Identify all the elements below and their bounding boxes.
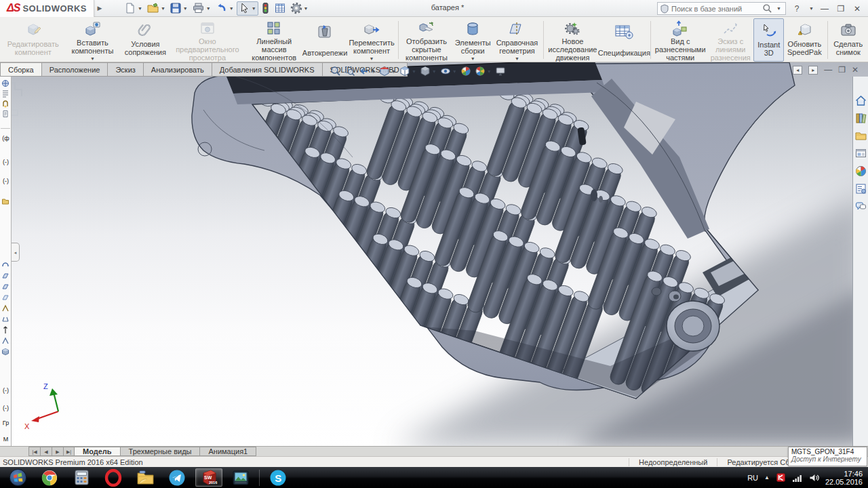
taskbar-clock[interactable]: 17:46 22.05.2016 <box>825 470 865 486</box>
folder-icon[interactable] <box>1 197 9 205</box>
tab-3d-views[interactable]: Трехмерные виды <box>121 447 201 456</box>
taskbar-opera[interactable] <box>100 468 127 487</box>
tab-animation1[interactable]: Анимация1 <box>200 447 256 456</box>
ribbon-component-preview-window[interactable]: Окно предварительного просмотра компонен… <box>169 18 245 62</box>
ribbon-explode-line-sketch[interactable]: Эскиз с линиями разнесения <box>707 18 753 62</box>
menu-expand-arrow-icon[interactable]: ▶ <box>94 5 105 12</box>
caret-icon[interactable]: ▼ <box>809 6 814 11</box>
hidden-icons-arrow[interactable]: ▲ <box>764 474 770 481</box>
custom-properties-icon[interactable] <box>854 182 867 195</box>
ribbon-show-hidden-components[interactable]: Отобразить скрытые компоненты <box>401 18 452 62</box>
restore-button[interactable]: ❐ <box>835 4 846 14</box>
home-icon[interactable] <box>854 94 867 107</box>
zoom-to-area-icon[interactable] <box>344 66 355 77</box>
component-icon[interactable] <box>1 348 9 356</box>
ribbon-reference-geometry[interactable]: Справочная геометрия ▼ <box>493 18 540 62</box>
tab-scroll-first-button[interactable]: |◀ <box>28 447 40 456</box>
rebuild-button[interactable] <box>260 1 271 16</box>
select-tool-button[interactable]: ▼ <box>237 1 258 16</box>
doc-minimize-button[interactable]: — <box>824 65 832 75</box>
ribbon-insert-components[interactable]: Вставить компоненты ▼ <box>64 18 122 62</box>
new-document-button[interactable]: ▼ <box>123 1 144 16</box>
graphics-viewport[interactable]: Z X Сборка Расположение Эскиз Анализиров… <box>0 62 868 446</box>
design-table-button[interactable] <box>273 1 288 16</box>
taskbar-photo-viewer[interactable] <box>227 468 254 487</box>
taskbar-telegram[interactable] <box>163 468 191 487</box>
ribbon-move-component[interactable]: Переместить компонент ▼ <box>347 18 396 62</box>
apply-scene-icon[interactable] <box>475 66 486 77</box>
pane-right-button[interactable]: ▸ <box>808 66 818 75</box>
language-indicator[interactable]: RU <box>747 474 758 482</box>
view-orientation-icon[interactable] <box>399 66 410 77</box>
tab-solidworks-addins[interactable]: Добавления SOLIDWORKS <box>212 62 323 77</box>
taskbar-chrome[interactable] <box>36 468 63 487</box>
axis-icon[interactable] <box>1 326 9 334</box>
plane-icon[interactable] <box>1 283 9 291</box>
sketch-icon[interactable] <box>1 304 9 312</box>
ribbon-assembly-features[interactable]: Элементы сборки ▼ <box>452 18 493 62</box>
help-button[interactable]: ? <box>791 4 802 14</box>
solidworks-logo[interactable]: ΔS SOLIDWORKS <box>0 0 94 17</box>
ribbon-exploded-view[interactable]: Вид с разнесенными частями <box>653 18 707 62</box>
taskbar-solidworks[interactable]: SW 2016 <box>195 468 222 487</box>
tree-item[interactable]: Гр <box>1 420 11 426</box>
feature-tree-strip[interactable]: (ф (-) (-) (-) (-) Гр М <box>0 77 12 446</box>
forum-icon[interactable] <box>854 200 867 213</box>
assembly-icon[interactable] <box>1 79 9 87</box>
doc-restore-button[interactable]: ❐ <box>838 65 846 75</box>
plane-icon[interactable] <box>1 293 9 302</box>
ribbon-linear-component-pattern[interactable]: Линейный массив компонентов ▼ <box>245 18 302 62</box>
caret-icon[interactable]: ▼ <box>776 6 781 11</box>
mate-icon[interactable] <box>1 261 9 269</box>
tab-scroll-next-button[interactable]: ▶ <box>52 447 63 456</box>
tab-layout[interactable]: Расположение <box>42 62 108 77</box>
ribbon-instant-3d[interactable]: Instant 3D <box>753 18 784 62</box>
plane-icon[interactable] <box>1 272 9 280</box>
previous-view-icon[interactable] <box>359 66 370 77</box>
close-button[interactable]: ✕ <box>852 4 863 14</box>
view-settings-icon[interactable] <box>495 66 506 77</box>
appearances-scenes-icon[interactable] <box>854 165 867 178</box>
ribbon-bill-of-materials[interactable]: Спецификация <box>599 18 648 62</box>
taskbar-file-explorer[interactable] <box>132 468 159 487</box>
design-library-icon[interactable] <box>854 112 867 125</box>
search-input[interactable] <box>671 5 760 13</box>
ribbon-take-snapshot[interactable]: Сделать снимок <box>829 18 867 62</box>
section-view-icon[interactable] <box>379 66 390 77</box>
doc-close-button[interactable]: ✕ <box>852 65 859 75</box>
zoom-to-fit-icon[interactable] <box>330 66 341 77</box>
tree-item[interactable]: (ф <box>1 135 11 142</box>
annotations-icon[interactable] <box>1 110 9 118</box>
tree-item[interactable]: (-) <box>1 405 11 411</box>
edit-appearance-icon[interactable] <box>460 66 471 77</box>
volume-icon[interactable] <box>809 473 819 483</box>
hide-show-items-icon[interactable] <box>440 66 451 77</box>
knowledge-search[interactable]: ▼ <box>657 2 786 15</box>
history-icon[interactable] <box>1 89 9 98</box>
tree-item[interactable]: (-) <box>1 387 11 394</box>
sensors-icon[interactable] <box>1 100 9 108</box>
ribbon-update-speedpak[interactable]: Обновить SpeedPak <box>784 18 825 62</box>
ribbon-new-motion-study[interactable]: Новое исследование движения <box>545 18 599 62</box>
ribbon-mates[interactable]: Условия сопряжения <box>121 18 169 62</box>
taskbar-calculator[interactable] <box>68 468 95 487</box>
tab-assembly[interactable]: Сборка <box>0 62 42 77</box>
start-button[interactable] <box>4 468 31 487</box>
search-icon[interactable] <box>762 3 772 14</box>
tab-scroll-last-button[interactable]: ▶| <box>63 447 75 456</box>
tree-item[interactable]: (-) <box>1 178 11 184</box>
minimize-button[interactable]: — <box>819 4 830 14</box>
antivirus-tray-icon[interactable] <box>776 472 786 483</box>
sketch-icon[interactable] <box>1 337 9 345</box>
tab-scroll-prev-button[interactable]: ◀ <box>40 447 52 456</box>
save-button[interactable]: ▼ <box>168 1 189 16</box>
file-explorer-icon[interactable] <box>854 129 867 142</box>
3d-model-canvas[interactable]: Z X <box>0 62 868 446</box>
tab-sketch[interactable]: Эскиз <box>108 62 143 77</box>
undo-button[interactable]: ▼ <box>214 1 235 16</box>
tab-model[interactable]: Модель <box>75 447 121 456</box>
pane-left-button[interactable]: ◂ <box>793 66 802 75</box>
tab-evaluate[interactable]: Анализировать <box>144 62 212 77</box>
ribbon-smart-fasteners[interactable]: Автокрепежи <box>302 18 347 62</box>
feature-tree-flyout-handle[interactable]: ◂ <box>12 243 20 262</box>
